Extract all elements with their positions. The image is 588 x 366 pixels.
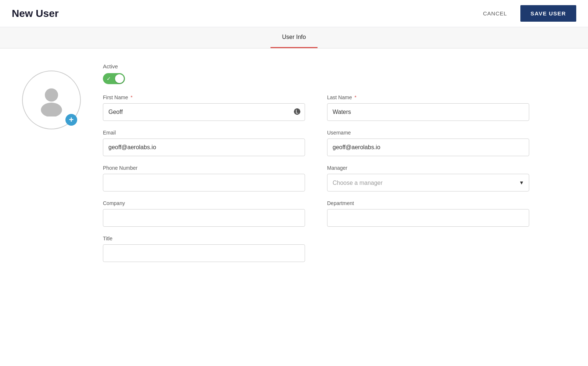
avatar-upload-button[interactable]: + <box>22 71 81 129</box>
header-actions: CANCEL SAVE USER <box>476 5 576 22</box>
manager-label: Manager <box>327 165 529 171</box>
last-name-required: * <box>353 94 356 100</box>
main-content: + Active ✓ <box>0 49 551 277</box>
department-label: Department <box>327 200 529 206</box>
username-label: Username <box>327 130 529 136</box>
phone-group: Phone Number <box>103 165 305 191</box>
company-input[interactable] <box>103 209 305 227</box>
cancel-button[interactable]: CANCEL <box>476 7 514 20</box>
toggle-wrapper: ✓ <box>103 73 529 84</box>
title-input[interactable] <box>103 244 305 262</box>
form-layout: + Active ✓ <box>22 63 529 262</box>
first-name-label: First Name * <box>103 94 305 100</box>
active-toggle[interactable]: ✓ <box>103 73 125 84</box>
first-name-input[interactable] <box>103 103 305 121</box>
manager-select[interactable]: Choose a manager <box>327 174 529 191</box>
manager-select-wrapper: Choose a manager ▼ <box>327 174 529 191</box>
username-group: Username <box>327 130 529 156</box>
department-input[interactable] <box>327 209 529 227</box>
phone-input[interactable] <box>103 174 305 191</box>
username-input[interactable] <box>327 139 529 156</box>
toggle-check-icon: ✓ <box>107 76 111 82</box>
avatar-person-icon <box>35 83 68 116</box>
header: New User CANCEL SAVE USER <box>0 0 588 27</box>
save-user-button[interactable]: SAVE USER <box>520 5 576 22</box>
last-name-group: Last Name * <box>327 94 529 121</box>
company-label: Company <box>103 200 305 206</box>
title-label: Title <box>103 236 305 241</box>
page-title: New User <box>12 8 59 19</box>
form-grid: First Name * 🅛 Last Name * Ema <box>103 94 529 262</box>
svg-point-0 <box>45 89 58 102</box>
email-input[interactable] <box>103 139 305 156</box>
avatar-section: + <box>22 71 81 129</box>
tab-bar: User Info <box>0 27 588 49</box>
manager-group: Manager Choose a manager ▼ <box>327 165 529 191</box>
form-area: Active ✓ First Name * <box>103 63 529 262</box>
department-group: Department <box>327 200 529 227</box>
first-name-required: * <box>129 94 132 100</box>
phone-label: Phone Number <box>103 165 305 171</box>
toggle-thumb <box>115 74 124 83</box>
svg-point-1 <box>41 103 62 116</box>
last-name-label: Last Name * <box>327 94 529 100</box>
first-name-input-wrapper: 🅛 <box>103 103 305 121</box>
first-name-group: First Name * 🅛 <box>103 94 305 121</box>
company-group: Company <box>103 200 305 227</box>
id-card-icon: 🅛 <box>294 108 301 116</box>
email-label: Email <box>103 130 305 136</box>
active-label: Active <box>103 63 529 69</box>
tab-user-info[interactable]: User Info <box>270 27 318 48</box>
title-group: Title <box>103 236 305 262</box>
email-group: Email <box>103 130 305 156</box>
last-name-input[interactable] <box>327 103 529 121</box>
avatar-add-icon[interactable]: + <box>65 114 77 126</box>
